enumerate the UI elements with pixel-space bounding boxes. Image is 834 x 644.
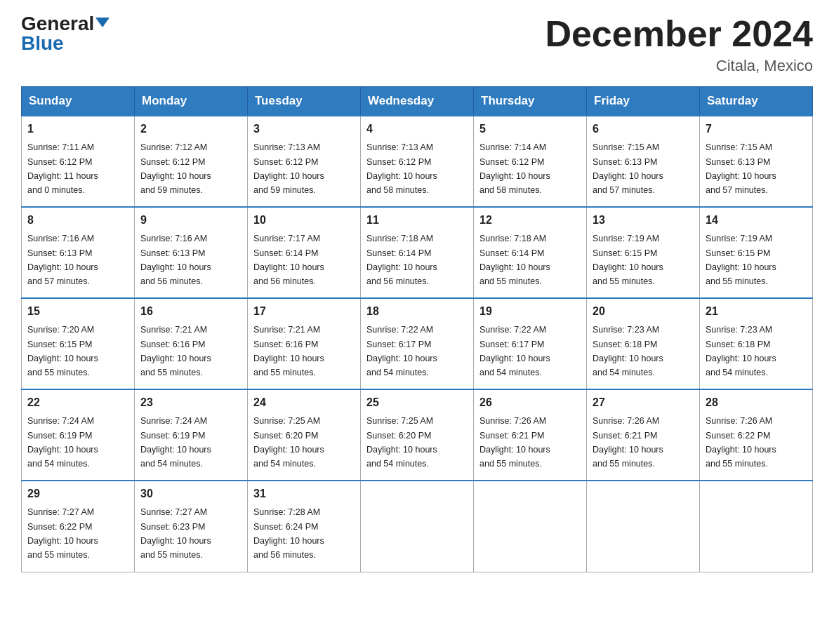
header-monday: Monday xyxy=(135,87,248,116)
day-info: Sunrise: 7:18 AMSunset: 6:14 PMDaylight:… xyxy=(366,234,437,286)
table-row: 5 Sunrise: 7:14 AMSunset: 6:12 PMDayligh… xyxy=(474,116,587,207)
day-info: Sunrise: 7:27 AMSunset: 6:22 PMDaylight:… xyxy=(27,507,98,560)
day-info: Sunrise: 7:17 AMSunset: 6:14 PMDaylight:… xyxy=(253,234,324,286)
table-row: 17 Sunrise: 7:21 AMSunset: 6:16 PMDaylig… xyxy=(248,298,361,389)
day-info: Sunrise: 7:21 AMSunset: 6:16 PMDaylight:… xyxy=(253,325,324,377)
day-number: 20 xyxy=(593,303,694,320)
table-row: 14 Sunrise: 7:19 AMSunset: 6:15 PMDaylig… xyxy=(700,207,813,298)
day-info: Sunrise: 7:22 AMSunset: 6:17 PMDaylight:… xyxy=(479,325,550,377)
day-info: Sunrise: 7:26 AMSunset: 6:21 PMDaylight:… xyxy=(479,416,550,469)
day-number: 3 xyxy=(253,121,355,137)
logo: General Blue xyxy=(21,14,110,53)
day-info: Sunrise: 7:14 AMSunset: 6:12 PMDaylight:… xyxy=(479,142,550,195)
day-info: Sunrise: 7:25 AMSunset: 6:20 PMDaylight:… xyxy=(366,416,437,469)
day-info: Sunrise: 7:24 AMSunset: 6:19 PMDaylight:… xyxy=(140,416,211,469)
day-info: Sunrise: 7:15 AMSunset: 6:13 PMDaylight:… xyxy=(706,142,776,195)
day-info: Sunrise: 7:11 AMSunset: 6:12 PMDaylight:… xyxy=(27,142,98,195)
table-row: 12 Sunrise: 7:18 AMSunset: 6:14 PMDaylig… xyxy=(474,207,587,298)
day-number: 24 xyxy=(253,394,355,411)
table-row: 18 Sunrise: 7:22 AMSunset: 6:17 PMDaylig… xyxy=(361,298,474,389)
day-number: 17 xyxy=(253,303,355,320)
day-info: Sunrise: 7:21 AMSunset: 6:16 PMDaylight:… xyxy=(140,325,211,377)
day-number: 21 xyxy=(706,303,807,320)
day-info: Sunrise: 7:13 AMSunset: 6:12 PMDaylight:… xyxy=(253,142,324,195)
day-info: Sunrise: 7:18 AMSunset: 6:14 PMDaylight:… xyxy=(479,234,550,286)
day-info: Sunrise: 7:20 AMSunset: 6:15 PMDaylight:… xyxy=(27,325,98,377)
day-number: 31 xyxy=(253,485,355,502)
table-row: 20 Sunrise: 7:23 AMSunset: 6:18 PMDaylig… xyxy=(587,298,700,389)
table-row: 24 Sunrise: 7:25 AMSunset: 6:20 PMDaylig… xyxy=(248,389,361,481)
logo-general: General xyxy=(21,13,94,34)
day-number: 29 xyxy=(27,485,128,502)
table-row: 30 Sunrise: 7:27 AMSunset: 6:23 PMDaylig… xyxy=(135,481,248,572)
table-row: 21 Sunrise: 7:23 AMSunset: 6:18 PMDaylig… xyxy=(700,298,813,389)
calendar-week-row: 22 Sunrise: 7:24 AMSunset: 6:19 PMDaylig… xyxy=(22,389,813,481)
logo-blue: Blue xyxy=(21,32,64,54)
table-row: 22 Sunrise: 7:24 AMSunset: 6:19 PMDaylig… xyxy=(22,389,135,481)
month-title: December 2024 xyxy=(545,14,813,54)
logo-blue-text: Blue xyxy=(21,34,64,53)
table-row: 16 Sunrise: 7:21 AMSunset: 6:16 PMDaylig… xyxy=(135,298,248,389)
page-header: General Blue December 2024 Citala, Mexic… xyxy=(21,14,813,75)
day-number: 5 xyxy=(479,121,581,137)
table-row: 25 Sunrise: 7:25 AMSunset: 6:20 PMDaylig… xyxy=(361,389,474,481)
header-saturday: Saturday xyxy=(700,87,813,116)
day-number: 13 xyxy=(593,212,694,229)
calendar-header-row: Sunday Monday Tuesday Wednesday Thursday… xyxy=(22,87,813,116)
table-row: 4 Sunrise: 7:13 AMSunset: 6:12 PMDayligh… xyxy=(361,116,474,207)
day-info: Sunrise: 7:15 AMSunset: 6:13 PMDaylight:… xyxy=(593,142,663,195)
day-number: 14 xyxy=(706,212,807,229)
table-row: 11 Sunrise: 7:18 AMSunset: 6:14 PMDaylig… xyxy=(361,207,474,298)
day-info: Sunrise: 7:23 AMSunset: 6:18 PMDaylight:… xyxy=(593,325,663,377)
day-number: 1 xyxy=(27,121,128,137)
calendar-week-row: 15 Sunrise: 7:20 AMSunset: 6:15 PMDaylig… xyxy=(22,298,813,389)
day-info: Sunrise: 7:25 AMSunset: 6:20 PMDaylight:… xyxy=(253,416,324,469)
table-row: 13 Sunrise: 7:19 AMSunset: 6:15 PMDaylig… xyxy=(587,207,700,298)
day-number: 2 xyxy=(140,121,241,137)
table-row: 6 Sunrise: 7:15 AMSunset: 6:13 PMDayligh… xyxy=(587,116,700,207)
day-number: 12 xyxy=(479,212,581,229)
day-number: 8 xyxy=(27,212,128,229)
calendar-week-row: 29 Sunrise: 7:27 AMSunset: 6:22 PMDaylig… xyxy=(22,481,813,572)
header-friday: Friday xyxy=(587,87,700,116)
day-number: 27 xyxy=(593,394,694,411)
table-row: 7 Sunrise: 7:15 AMSunset: 6:13 PMDayligh… xyxy=(700,116,813,207)
table-row: 26 Sunrise: 7:26 AMSunset: 6:21 PMDaylig… xyxy=(474,389,587,481)
logo-text: General xyxy=(21,14,110,34)
day-info: Sunrise: 7:27 AMSunset: 6:23 PMDaylight:… xyxy=(140,507,211,560)
day-number: 30 xyxy=(140,485,241,502)
day-number: 22 xyxy=(27,394,128,411)
table-row: 2 Sunrise: 7:12 AMSunset: 6:12 PMDayligh… xyxy=(135,116,248,207)
day-info: Sunrise: 7:12 AMSunset: 6:12 PMDaylight:… xyxy=(140,142,211,195)
day-number: 15 xyxy=(27,303,128,320)
title-area: December 2024 Citala, Mexico xyxy=(545,14,813,75)
day-info: Sunrise: 7:24 AMSunset: 6:19 PMDaylight:… xyxy=(27,416,98,469)
table-row: 9 Sunrise: 7:16 AMSunset: 6:13 PMDayligh… xyxy=(135,207,248,298)
table-row xyxy=(587,481,700,572)
day-number: 7 xyxy=(706,121,807,137)
calendar-table: Sunday Monday Tuesday Wednesday Thursday… xyxy=(21,86,813,572)
day-info: Sunrise: 7:19 AMSunset: 6:15 PMDaylight:… xyxy=(706,234,776,286)
table-row: 15 Sunrise: 7:20 AMSunset: 6:15 PMDaylig… xyxy=(22,298,135,389)
day-info: Sunrise: 7:26 AMSunset: 6:22 PMDaylight:… xyxy=(706,416,776,469)
table-row: 29 Sunrise: 7:27 AMSunset: 6:22 PMDaylig… xyxy=(22,481,135,572)
table-row: 28 Sunrise: 7:26 AMSunset: 6:22 PMDaylig… xyxy=(700,389,813,481)
day-number: 19 xyxy=(479,303,581,320)
table-row: 3 Sunrise: 7:13 AMSunset: 6:12 PMDayligh… xyxy=(248,116,361,207)
header-tuesday: Tuesday xyxy=(248,87,361,116)
day-info: Sunrise: 7:16 AMSunset: 6:13 PMDaylight:… xyxy=(27,234,98,286)
table-row: 31 Sunrise: 7:28 AMSunset: 6:24 PMDaylig… xyxy=(248,481,361,572)
calendar-week-row: 1 Sunrise: 7:11 AMSunset: 6:12 PMDayligh… xyxy=(22,116,813,207)
table-row: 10 Sunrise: 7:17 AMSunset: 6:14 PMDaylig… xyxy=(248,207,361,298)
day-number: 16 xyxy=(140,303,241,320)
table-row xyxy=(361,481,474,572)
day-info: Sunrise: 7:22 AMSunset: 6:17 PMDaylight:… xyxy=(366,325,437,377)
logo-triangle-icon xyxy=(95,18,110,27)
header-sunday: Sunday xyxy=(22,87,135,116)
day-number: 11 xyxy=(366,212,468,229)
table-row: 27 Sunrise: 7:26 AMSunset: 6:21 PMDaylig… xyxy=(587,389,700,481)
table-row: 23 Sunrise: 7:24 AMSunset: 6:19 PMDaylig… xyxy=(135,389,248,481)
table-row xyxy=(700,481,813,572)
day-number: 26 xyxy=(479,394,581,411)
table-row: 1 Sunrise: 7:11 AMSunset: 6:12 PMDayligh… xyxy=(22,116,135,207)
